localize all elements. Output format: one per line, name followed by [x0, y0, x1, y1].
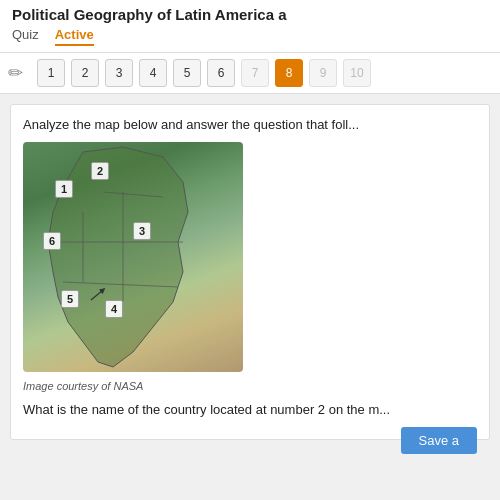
map-background: 1 2 3 4 5 6 — [23, 142, 243, 372]
tab-active[interactable]: Active — [55, 27, 94, 46]
question-btn-1[interactable]: 1 — [37, 59, 65, 87]
map-container: 1 2 3 4 5 6 — [23, 142, 243, 372]
question-btn-8[interactable]: 8 — [275, 59, 303, 87]
map-label-6: 6 — [43, 232, 61, 250]
tab-quiz[interactable]: Quiz — [12, 27, 39, 46]
image-credit: Image courtesy of NASA — [23, 380, 477, 392]
map-label-4: 4 — [105, 300, 123, 318]
toolbar: ✏ 1 2 3 4 5 6 7 8 9 10 — [0, 53, 500, 94]
map-label-3: 3 — [133, 222, 151, 240]
question-btn-9[interactable]: 9 — [309, 59, 337, 87]
question-btn-5[interactable]: 5 — [173, 59, 201, 87]
question-btn-2[interactable]: 2 — [71, 59, 99, 87]
map-label-1: 1 — [55, 180, 73, 198]
page-title: Political Geography of Latin America a — [12, 6, 488, 23]
map-label-5: 5 — [61, 290, 79, 308]
question-text: Analyze the map below and answer the que… — [23, 117, 477, 132]
question-btn-3[interactable]: 3 — [105, 59, 133, 87]
question-btn-10[interactable]: 10 — [343, 59, 371, 87]
save-button[interactable]: Save a — [401, 427, 477, 454]
main-content: Analyze the map below and answer the que… — [10, 104, 490, 440]
pencil-icon: ✏ — [8, 62, 23, 84]
map-svg — [23, 142, 243, 372]
question-btn-4[interactable]: 4 — [139, 59, 167, 87]
tabs: Quiz Active — [12, 27, 488, 46]
question-btn-7[interactable]: 7 — [241, 59, 269, 87]
question-btn-6[interactable]: 6 — [207, 59, 235, 87]
map-label-2: 2 — [91, 162, 109, 180]
header: Political Geography of Latin America a Q… — [0, 0, 500, 53]
bottom-question: What is the name of the country located … — [23, 402, 477, 417]
